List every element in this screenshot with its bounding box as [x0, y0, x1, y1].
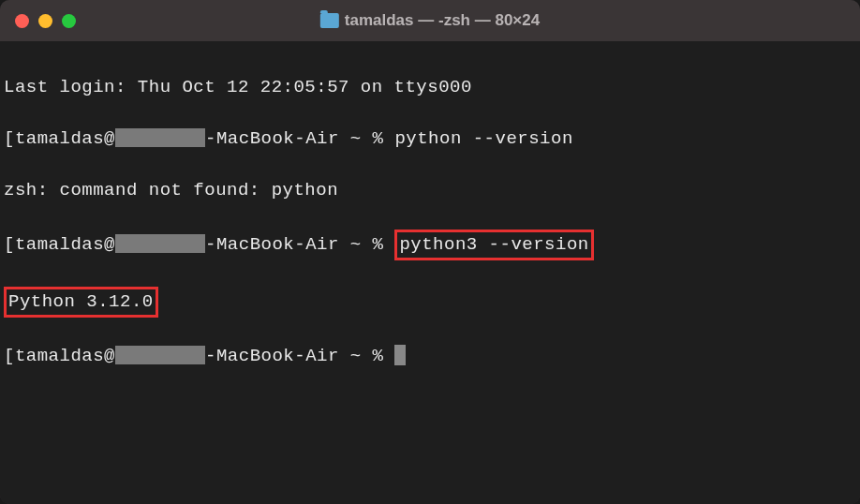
- output-line: Python 3.12.0: [4, 287, 856, 319]
- prompt-line-2: [tamaldas@-MacBook-Air ~ % python3 --ver…: [4, 230, 856, 261]
- highlighted-command: python3 --version: [394, 230, 593, 261]
- highlighted-output: Python 3.12.0: [4, 287, 158, 319]
- title-bar: tamaldas — -zsh — 80×24: [0, 0, 860, 41]
- last-login-line: Last login: Thu Oct 12 22:05:57 on ttys0…: [4, 75, 856, 101]
- cursor: [394, 345, 406, 365]
- terminal-window: tamaldas — -zsh — 80×24 Last login: Thu …: [0, 0, 860, 504]
- window-controls: [15, 14, 76, 28]
- close-icon[interactable]: [15, 14, 29, 28]
- redacted-hostname: [115, 234, 205, 253]
- prompt-line-1: [tamaldas@-MacBook-Air ~ % python --vers…: [4, 126, 856, 153]
- redacted-hostname: [115, 128, 205, 147]
- minimize-icon[interactable]: [38, 14, 52, 28]
- redacted-hostname: [115, 346, 205, 364]
- prompt-line-3: [tamaldas@-MacBook-Air ~ %: [4, 344, 856, 370]
- command-1: python --version: [394, 128, 572, 149]
- window-title: tamaldas — -zsh — 80×24: [320, 11, 540, 30]
- error-line: zsh: command not found: python: [4, 178, 856, 204]
- folder-icon: [320, 13, 339, 28]
- title-text: tamaldas — -zsh — 80×24: [345, 11, 540, 30]
- maximize-icon[interactable]: [62, 14, 76, 28]
- terminal-body[interactable]: Last login: Thu Oct 12 22:05:57 on ttys0…: [0, 41, 860, 504]
